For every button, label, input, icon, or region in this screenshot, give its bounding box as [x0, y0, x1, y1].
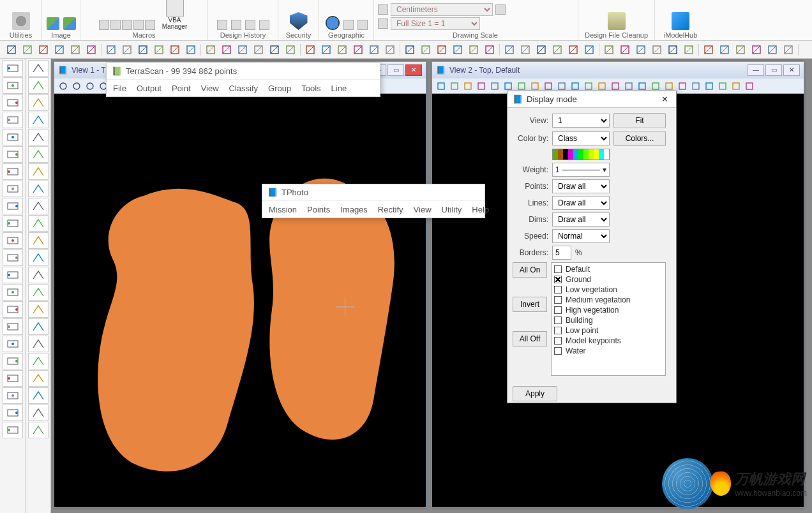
vtool-b-9[interactable] [28, 215, 49, 232]
tp-menu-view[interactable]: View [414, 205, 432, 214]
scale-lock-icon[interactable] [495, 4, 506, 15]
view2-tool-0[interactable] [435, 80, 447, 93]
tool-button-36[interactable] [601, 43, 617, 57]
borders-input[interactable] [552, 246, 571, 260]
vtool-b-21[interactable] [28, 422, 49, 438]
imodelhub-button[interactable] [666, 12, 695, 30]
tool-button-32[interactable] [534, 43, 549, 57]
vtool-a-1[interactable] [3, 77, 23, 94]
colors-button[interactable]: Colors... [613, 131, 666, 146]
scale-value-select[interactable]: Full Size 1 = 1 [391, 17, 480, 30]
macro-icon[interactable] [110, 20, 121, 30]
class-list[interactable]: DefaultGroundLow vegetationMedium vegeta… [551, 262, 666, 376]
vtool-a-16[interactable] [3, 336, 23, 352]
tool-button-23[interactable] [382, 43, 398, 57]
ts-menu-group[interactable]: Group [268, 84, 291, 93]
vtool-a-18[interactable] [3, 370, 23, 387]
history-icon[interactable] [231, 20, 241, 30]
tool-button-33[interactable] [550, 43, 565, 57]
tool-button-22[interactable] [366, 43, 382, 57]
all-on-button[interactable]: All On [513, 262, 547, 278]
tool-button-17[interactable] [283, 43, 298, 57]
macro-icon[interactable] [133, 20, 144, 30]
view2-tool-20[interactable] [703, 80, 716, 93]
tool-button-38[interactable] [633, 43, 649, 57]
view2-tool-22[interactable] [730, 80, 742, 93]
tool-button-18[interactable] [303, 43, 318, 57]
tool-button-29[interactable] [482, 43, 497, 57]
class-item[interactable]: Water [553, 346, 664, 356]
vtool-a-12[interactable] [3, 267, 23, 283]
tool-button-3[interactable] [52, 43, 67, 57]
dims-select[interactable]: Draw all [552, 212, 610, 227]
view1-tool-0[interactable] [57, 80, 70, 93]
terrascan-titlebar[interactable]: 📗 TerraScan - 99 394 862 points [107, 63, 380, 80]
history-icon[interactable] [245, 20, 255, 30]
view2-minimize[interactable]: — [748, 64, 764, 76]
vtool-a-21[interactable] [3, 422, 23, 438]
utilities-button[interactable] [6, 12, 36, 30]
display-mode-close[interactable]: ✕ [658, 93, 671, 106]
view1-viewport[interactable]: document.write(Array.from({length:600}).… [54, 94, 426, 507]
view2-tool-4[interactable] [488, 80, 501, 93]
vtool-a-5[interactable] [3, 146, 23, 163]
tool-button-20[interactable] [335, 43, 350, 57]
checkbox-icon[interactable] [554, 316, 562, 324]
tool-button-6[interactable] [103, 43, 119, 57]
checkbox-icon[interactable] [554, 306, 562, 314]
tool-button-16[interactable] [267, 43, 282, 57]
geo-icon[interactable] [357, 20, 368, 30]
tool-button-12[interactable] [203, 43, 218, 57]
vtool-a-9[interactable] [3, 215, 23, 232]
tool-button-15[interactable] [251, 43, 266, 57]
points-select[interactable]: Draw all [552, 179, 610, 193]
class-item[interactable]: Low point [553, 325, 664, 336]
vtool-a-4[interactable] [3, 129, 23, 145]
vtool-b-5[interactable] [28, 146, 49, 163]
view2-tool-3[interactable] [475, 80, 488, 93]
view2-tool-19[interactable] [689, 80, 702, 93]
globe-icon[interactable] [326, 16, 340, 30]
view2-tool-18[interactable] [676, 80, 689, 93]
tool-button-7[interactable] [119, 43, 135, 57]
tp-menu-images[interactable]: Images [340, 205, 368, 214]
image-icon-2[interactable] [63, 17, 76, 30]
tp-menu-utility[interactable]: Utility [442, 205, 462, 214]
vtool-b-20[interactable] [28, 405, 49, 421]
tool-button-5[interactable] [84, 43, 99, 57]
tphoto-titlebar[interactable]: 📘 TPhoto [262, 184, 485, 201]
vtool-b-2[interactable] [28, 94, 49, 111]
tool-button-28[interactable] [466, 43, 481, 57]
vtool-a-8[interactable] [3, 198, 23, 214]
tool-button-43[interactable] [717, 43, 732, 57]
vtool-a-15[interactable] [3, 318, 23, 335]
view2-tool-23[interactable] [743, 80, 756, 93]
tool-button-37[interactable] [617, 43, 633, 57]
lines-select[interactable]: Draw all [552, 196, 610, 210]
tool-button-21[interactable] [350, 43, 366, 57]
vtool-b-17[interactable] [28, 353, 49, 369]
apply-button[interactable]: Apply [513, 386, 557, 401]
macro-icon[interactable] [122, 20, 132, 30]
class-item[interactable]: Model keypoints [553, 336, 664, 346]
tool-button-14[interactable] [235, 43, 250, 57]
tool-button-27[interactable] [450, 43, 465, 57]
view2-tool-1[interactable] [448, 80, 461, 93]
tool-button-46[interactable] [765, 43, 780, 57]
vtool-a-2[interactable] [3, 94, 23, 111]
vtool-b-19[interactable] [28, 387, 49, 404]
checkbox-icon[interactable] [554, 265, 562, 273]
fit-button[interactable]: Fit [613, 113, 666, 128]
vtool-a-17[interactable] [3, 353, 23, 369]
vtool-b-8[interactable] [28, 198, 49, 214]
vtool-b-10[interactable] [28, 232, 49, 249]
history-icon[interactable] [217, 20, 227, 30]
ts-menu-file[interactable]: File [113, 84, 126, 93]
vtool-b-7[interactable] [28, 181, 49, 197]
cleanup-button[interactable] [602, 12, 631, 30]
tool-button-25[interactable] [418, 43, 433, 57]
tool-button-40[interactable] [665, 43, 680, 57]
vtool-b-18[interactable] [28, 370, 49, 387]
tool-button-13[interactable] [219, 43, 234, 57]
geo-icon[interactable] [343, 20, 354, 30]
